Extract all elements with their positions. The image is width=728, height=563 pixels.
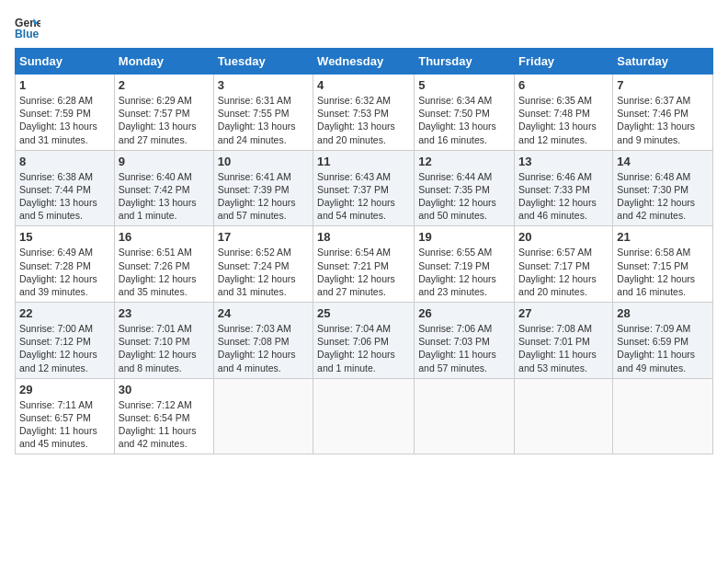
- calendar-cell: 7Sunrise: 6:37 AMSunset: 7:46 PMDaylight…: [613, 75, 713, 151]
- day-number: 9: [119, 155, 210, 168]
- calendar-cell: 6Sunrise: 6:35 AMSunset: 7:48 PMDaylight…: [515, 75, 613, 151]
- day-number: 10: [218, 155, 309, 168]
- day-header-tuesday: Tuesday: [213, 49, 313, 75]
- day-number: 6: [518, 78, 609, 92]
- logo: General Blue: [15, 15, 40, 40]
- day-info: Sunrise: 7:12 AMSunset: 6:54 PMDaylight:…: [119, 398, 210, 451]
- calendar-cell: 3Sunrise: 6:31 AMSunset: 7:55 PMDaylight…: [213, 75, 313, 151]
- calendar-cell: 1Sunrise: 6:28 AMSunset: 7:59 PMDaylight…: [16, 75, 115, 151]
- day-info: Sunrise: 6:35 AMSunset: 7:48 PMDaylight:…: [518, 94, 609, 146]
- day-info: Sunrise: 7:00 AMSunset: 7:12 PMDaylight:…: [19, 322, 110, 374]
- day-info: Sunrise: 6:52 AMSunset: 7:24 PMDaylight:…: [218, 246, 309, 298]
- week-row-5: 29Sunrise: 7:11 AMSunset: 6:57 PMDayligh…: [16, 378, 713, 454]
- calendar-cell: 15Sunrise: 6:49 AMSunset: 7:28 PMDayligh…: [16, 226, 115, 303]
- day-info: Sunrise: 6:32 AMSunset: 7:53 PMDaylight:…: [317, 94, 410, 146]
- day-number: 30: [119, 383, 210, 396]
- day-number: 5: [418, 78, 510, 92]
- day-info: Sunrise: 6:28 AMSunset: 7:59 PMDaylight:…: [19, 94, 110, 146]
- day-number: 20: [518, 230, 609, 244]
- calendar-cell: 29Sunrise: 7:11 AMSunset: 6:57 PMDayligh…: [16, 378, 115, 454]
- calendar-cell: 12Sunrise: 6:44 AMSunset: 7:35 PMDayligh…: [415, 150, 515, 226]
- calendar-cell: 18Sunrise: 6:54 AMSunset: 7:21 PMDayligh…: [313, 226, 415, 303]
- day-info: Sunrise: 6:31 AMSunset: 7:55 PMDaylight:…: [218, 94, 309, 146]
- day-number: 25: [317, 306, 410, 320]
- week-row-1: 1Sunrise: 6:28 AMSunset: 7:59 PMDaylight…: [16, 75, 713, 151]
- day-number: 14: [617, 155, 709, 168]
- calendar-cell: 20Sunrise: 6:57 AMSunset: 7:17 PMDayligh…: [515, 226, 613, 303]
- calendar-cell: 17Sunrise: 6:52 AMSunset: 7:24 PMDayligh…: [213, 226, 313, 303]
- day-info: Sunrise: 7:09 AMSunset: 6:59 PMDaylight:…: [617, 322, 709, 374]
- day-info: Sunrise: 7:08 AMSunset: 7:01 PMDaylight:…: [518, 322, 609, 374]
- week-row-3: 15Sunrise: 6:49 AMSunset: 7:28 PMDayligh…: [16, 226, 713, 303]
- calendar-cell: 10Sunrise: 6:41 AMSunset: 7:39 PMDayligh…: [213, 150, 313, 226]
- calendar-cell: 26Sunrise: 7:06 AMSunset: 7:03 PMDayligh…: [415, 303, 515, 379]
- day-info: Sunrise: 6:40 AMSunset: 7:42 PMDaylight:…: [119, 170, 210, 223]
- day-info: Sunrise: 6:54 AMSunset: 7:21 PMDaylight:…: [317, 246, 410, 298]
- day-number: 17: [218, 230, 309, 244]
- calendar-cell: 2Sunrise: 6:29 AMSunset: 7:57 PMDaylight…: [114, 75, 213, 151]
- day-number: 1: [19, 78, 110, 92]
- day-header-saturday: Saturday: [613, 49, 713, 75]
- calendar-cell: [213, 378, 313, 454]
- calendar-cell: 28Sunrise: 7:09 AMSunset: 6:59 PMDayligh…: [613, 303, 713, 379]
- day-number: 7: [617, 78, 709, 92]
- day-info: Sunrise: 6:38 AMSunset: 7:44 PMDaylight:…: [19, 170, 110, 223]
- calendar-cell: 23Sunrise: 7:01 AMSunset: 7:10 PMDayligh…: [114, 303, 213, 379]
- calendar-cell: 11Sunrise: 6:43 AMSunset: 7:37 PMDayligh…: [313, 150, 415, 226]
- day-number: 13: [518, 155, 609, 168]
- calendar-cell: 30Sunrise: 7:12 AMSunset: 6:54 PMDayligh…: [114, 378, 213, 454]
- day-number: 2: [119, 78, 210, 92]
- week-row-4: 22Sunrise: 7:00 AMSunset: 7:12 PMDayligh…: [16, 303, 713, 379]
- calendar-cell: 25Sunrise: 7:04 AMSunset: 7:06 PMDayligh…: [313, 303, 415, 379]
- calendar-header-row: SundayMondayTuesdayWednesdayThursdayFrid…: [16, 49, 713, 75]
- day-number: 29: [19, 383, 110, 396]
- day-info: Sunrise: 7:04 AMSunset: 7:06 PMDaylight:…: [317, 322, 410, 374]
- calendar-cell: 27Sunrise: 7:08 AMSunset: 7:01 PMDayligh…: [515, 303, 613, 379]
- calendar-cell: 4Sunrise: 6:32 AMSunset: 7:53 PMDaylight…: [313, 75, 415, 151]
- day-info: Sunrise: 7:03 AMSunset: 7:08 PMDaylight:…: [218, 322, 309, 374]
- day-info: Sunrise: 6:34 AMSunset: 7:50 PMDaylight:…: [418, 94, 510, 146]
- calendar-table: SundayMondayTuesdayWednesdayThursdayFrid…: [15, 48, 713, 454]
- day-number: 24: [218, 306, 309, 320]
- calendar-cell: 5Sunrise: 6:34 AMSunset: 7:50 PMDaylight…: [415, 75, 515, 151]
- day-header-wednesday: Wednesday: [313, 49, 415, 75]
- calendar-cell: 13Sunrise: 6:46 AMSunset: 7:33 PMDayligh…: [515, 150, 613, 226]
- day-header-monday: Monday: [114, 49, 213, 75]
- day-info: Sunrise: 6:29 AMSunset: 7:57 PMDaylight:…: [119, 94, 210, 146]
- day-info: Sunrise: 6:49 AMSunset: 7:28 PMDaylight:…: [19, 246, 110, 298]
- day-number: 27: [518, 306, 609, 320]
- calendar-cell: [313, 378, 415, 454]
- calendar-cell: [415, 378, 515, 454]
- day-number: 15: [19, 230, 110, 244]
- logo-icon: General Blue: [15, 15, 40, 40]
- day-info: Sunrise: 6:46 AMSunset: 7:33 PMDaylight:…: [518, 170, 609, 223]
- day-info: Sunrise: 6:37 AMSunset: 7:46 PMDaylight:…: [617, 94, 709, 146]
- page-header: General Blue: [15, 15, 713, 40]
- calendar-cell: 24Sunrise: 7:03 AMSunset: 7:08 PMDayligh…: [213, 303, 313, 379]
- calendar-cell: 9Sunrise: 6:40 AMSunset: 7:42 PMDaylight…: [114, 150, 213, 226]
- calendar-cell: 21Sunrise: 6:58 AMSunset: 7:15 PMDayligh…: [613, 226, 713, 303]
- day-number: 16: [119, 230, 210, 244]
- day-info: Sunrise: 7:06 AMSunset: 7:03 PMDaylight:…: [418, 322, 510, 374]
- calendar-cell: [515, 378, 613, 454]
- day-number: 22: [19, 306, 110, 320]
- day-info: Sunrise: 6:43 AMSunset: 7:37 PMDaylight:…: [317, 170, 410, 223]
- day-info: Sunrise: 6:41 AMSunset: 7:39 PMDaylight:…: [218, 170, 309, 223]
- day-info: Sunrise: 6:44 AMSunset: 7:35 PMDaylight:…: [418, 170, 510, 223]
- day-number: 19: [418, 230, 510, 244]
- day-number: 8: [19, 155, 110, 168]
- day-number: 23: [119, 306, 210, 320]
- day-number: 28: [617, 306, 709, 320]
- day-header-friday: Friday: [515, 49, 613, 75]
- day-info: Sunrise: 7:11 AMSunset: 6:57 PMDaylight:…: [19, 398, 110, 451]
- svg-text:Blue: Blue: [15, 28, 40, 40]
- day-info: Sunrise: 6:55 AMSunset: 7:19 PMDaylight:…: [418, 246, 510, 298]
- day-info: Sunrise: 6:58 AMSunset: 7:15 PMDaylight:…: [617, 246, 709, 298]
- week-row-2: 8Sunrise: 6:38 AMSunset: 7:44 PMDaylight…: [16, 150, 713, 226]
- day-header-thursday: Thursday: [415, 49, 515, 75]
- day-number: 11: [317, 155, 410, 168]
- day-number: 3: [218, 78, 309, 92]
- day-info: Sunrise: 6:48 AMSunset: 7:30 PMDaylight:…: [617, 170, 709, 223]
- day-number: 12: [418, 155, 510, 168]
- calendar-cell: 16Sunrise: 6:51 AMSunset: 7:26 PMDayligh…: [114, 226, 213, 303]
